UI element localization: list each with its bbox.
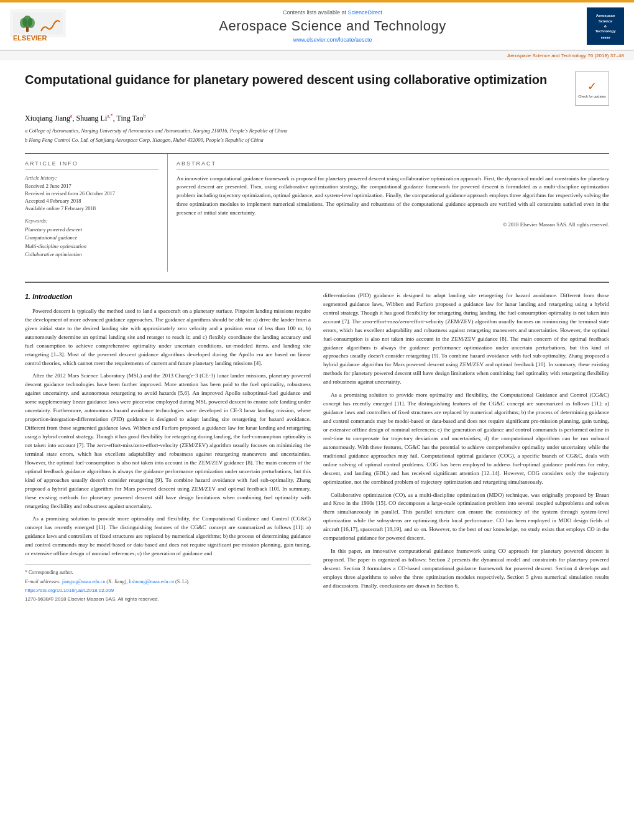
- doi-link[interactable]: https://doi.org/10.1016/j.ast.2018.02.00…: [25, 588, 114, 593]
- affiliations: a College of Astronautics, Nanjing Unive…: [25, 127, 609, 144]
- received-date: Received 2 June 2017: [25, 183, 158, 189]
- affiliation-b: b Hong Feng Control Co. Ltd. of Sanjiang…: [25, 136, 609, 144]
- article-info-section-label: ARTICLE INFO: [25, 160, 158, 170]
- keyword-2: Computational guidance: [25, 234, 158, 242]
- body-columns: 1. Introduction Powered descent is typic…: [25, 282, 609, 604]
- article-history-group: Article history: Received 2 June 2017 Re…: [25, 175, 158, 211]
- accepted-date: Accepted 4 February 2018: [25, 198, 158, 204]
- main-content: Computational guidance for planetary pow…: [0, 60, 634, 615]
- footnote-area: * Corresponding author. E-mail addresses…: [25, 565, 311, 604]
- email-link-2[interactable]: lishuang@nuaa.edu.cn: [129, 579, 174, 584]
- email-link-1[interactable]: jiangxq@nuaa.edu.cn: [62, 579, 106, 584]
- header: ELSEVIER Contents lists available at Sci…: [0, 2, 634, 50]
- keyword-3: Multi-discipline optimization: [25, 242, 158, 251]
- svg-point-3: [20, 18, 27, 28]
- doi-link-area: https://doi.org/10.1016/j.ast.2018.02.00…: [25, 587, 311, 594]
- citation-bar: Aerospace Science and Technology 76 (201…: [0, 50, 634, 60]
- footnote-corresponding: * Corresponding author.: [25, 569, 311, 576]
- sciencedirect-link[interactable]: ScienceDirect: [348, 9, 383, 16]
- abstract-section-label: ABSTRACT: [177, 160, 609, 170]
- introduction-heading: 1. Introduction: [25, 292, 311, 302]
- keywords-list: Planetary powered descent Computational …: [25, 226, 158, 259]
- keyword-4: Collaborative optimization: [25, 251, 158, 259]
- svg-rect-5: [26, 27, 29, 32]
- right-col-para3: Collaborative optimization (CO), as a mu…: [323, 491, 609, 543]
- affiliation-a: a College of Astronautics, Nanjing Unive…: [25, 127, 609, 135]
- abstract-col: ABSTRACT An innovative computational gui…: [168, 154, 609, 272]
- journal-title: Aerospace Science and Technology: [78, 18, 587, 34]
- article-info-col: ARTICLE INFO Article history: Received 2…: [25, 154, 168, 272]
- intro-para-2: After the 2012 Mars Science Laboratory (…: [25, 372, 311, 510]
- keyword-1: Planetary powered descent: [25, 226, 158, 234]
- article-title-section: Computational guidance for planetary pow…: [25, 72, 609, 106]
- abstract-copyright: © 2018 Elsevier Masson SAS. All rights r…: [177, 221, 609, 228]
- issn-text: 1270-9638/© 2018 Elsevier Masson SAS. Al…: [25, 596, 311, 603]
- history-label: Article history:: [25, 175, 158, 181]
- authors: Xiuqiang Jianga, Shuang Lia,*, Ting Taob: [25, 113, 609, 123]
- revised-date: Received in revised form 26 October 2017: [25, 190, 158, 196]
- intro-para-3-start: As a promising solution to provide more …: [25, 515, 311, 558]
- footnote-email: E-mail addresses: jiangxq@nuaa.edu.cn (X…: [25, 578, 311, 586]
- elsevier-logo: ELSEVIER: [10, 9, 66, 44]
- two-col-section: ARTICLE INFO Article history: Received 2…: [25, 153, 609, 272]
- svg-point-4: [27, 18, 35, 28]
- journal-url[interactable]: www.elsevier.com/locate/aescte: [78, 37, 587, 43]
- keywords-label: Keywords:: [25, 218, 158, 224]
- abstract-text: An innovative computational guidance fra…: [177, 175, 609, 218]
- right-col-para4: In this paper, an innovative computation…: [323, 547, 609, 591]
- header-center: Contents lists available at ScienceDirec…: [78, 9, 587, 43]
- body-right-col: differentiation (PID) guidance is design…: [323, 292, 609, 604]
- keywords-group: Keywords: Planetary powered descent Comp…: [25, 218, 158, 259]
- check-updates-label: Check for updates: [578, 95, 606, 98]
- right-col-text: differentiation (PID) guidance is design…: [323, 292, 609, 387]
- check-updates-badge: ✓ Check for updates: [575, 72, 609, 106]
- article-title: Computational guidance for planetary pow…: [25, 72, 565, 88]
- available-date: Available online 7 February 2018: [25, 205, 158, 211]
- journal-logo: AerospaceScience&Technology ■■■■■: [587, 7, 624, 45]
- svg-text:ELSEVIER: ELSEVIER: [13, 34, 47, 42]
- sciencedirect-text: Contents lists available at ScienceDirec…: [78, 9, 587, 16]
- check-icon: ✓: [587, 80, 597, 93]
- body-left-col: 1. Introduction Powered descent is typic…: [25, 292, 311, 604]
- intro-para-1: Powered descent is typically the method …: [25, 307, 311, 368]
- right-col-para2: As a promising solution to provide more …: [323, 391, 609, 486]
